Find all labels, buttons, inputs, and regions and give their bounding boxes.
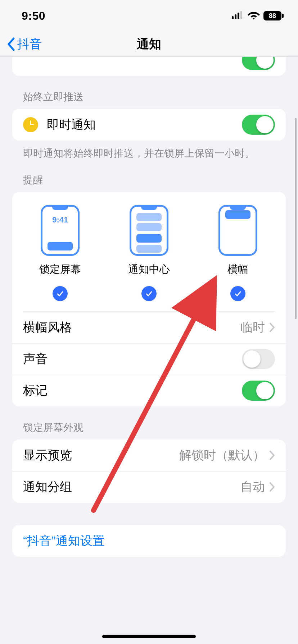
phone-banner-icon xyxy=(218,205,257,256)
chevron-right-icon xyxy=(269,450,275,460)
alert-lockscreen-option[interactable]: 9:41 锁定屏幕 xyxy=(16,205,104,301)
banner-style-value: 临时 xyxy=(240,319,265,336)
show-previews-row[interactable]: 显示预览 解锁时（默认） xyxy=(12,440,286,471)
back-label: 抖音 xyxy=(17,36,42,52)
section-header-immediate: 始终立即推送 xyxy=(0,76,298,109)
sounds-row[interactable]: 声音 xyxy=(12,343,286,375)
svg-rect-3 xyxy=(240,11,242,19)
phone-lockscreen-icon: 9:41 xyxy=(41,205,80,256)
svg-rect-2 xyxy=(238,13,239,19)
notification-grouping-label: 通知分组 xyxy=(23,479,240,495)
scroll-area[interactable]: 始终立即推送 即时通知 即时通知将始终即时推送，并在锁屏上保留一小时。 提醒 9… xyxy=(0,57,298,644)
phone-center-icon xyxy=(130,205,168,256)
allow-notifications-toggle[interactable] xyxy=(242,57,275,70)
app-notification-settings-label: “抖音”通知设置 xyxy=(23,533,275,549)
chevron-right-icon xyxy=(269,482,275,492)
time-sensitive-row[interactable]: 即时通知 xyxy=(12,109,286,141)
check-icon xyxy=(141,286,157,301)
notification-grouping-row[interactable]: 通知分组 自动 xyxy=(12,471,286,503)
nav-bar: 抖音 通知 xyxy=(0,32,298,57)
show-previews-label: 显示预览 xyxy=(23,447,179,464)
badges-row[interactable]: 标记 xyxy=(12,375,286,406)
time-sensitive-toggle[interactable] xyxy=(242,115,275,135)
alert-lockscreen-label: 锁定屏幕 xyxy=(16,262,104,277)
sounds-label: 声音 xyxy=(23,351,242,367)
section-header-lockscreen: 锁定屏幕外观 xyxy=(0,406,298,440)
alert-center-option[interactable]: 通知中心 xyxy=(105,205,193,301)
battery-percent: 88 xyxy=(269,12,276,20)
svg-rect-0 xyxy=(232,16,234,19)
show-previews-value: 解锁时（默认） xyxy=(179,447,265,464)
allow-notifications-row[interactable] xyxy=(12,57,286,76)
alert-center-label: 通知中心 xyxy=(105,262,193,277)
badges-toggle[interactable] xyxy=(242,381,275,401)
section-header-alerts: 提醒 xyxy=(0,161,298,192)
alert-banner-option[interactable]: 横幅 xyxy=(194,205,282,301)
check-icon xyxy=(230,286,245,301)
battery-icon: 88 xyxy=(263,11,284,20)
check-icon xyxy=(53,286,68,301)
time-sensitive-label: 即时通知 xyxy=(47,116,242,133)
badges-label: 标记 xyxy=(23,382,242,399)
app-notification-settings-row[interactable]: “抖音”通知设置 xyxy=(12,525,286,557)
page-title: 通知 xyxy=(137,36,161,52)
alert-banner-label: 横幅 xyxy=(194,262,282,277)
notification-grouping-value: 自动 xyxy=(240,479,265,495)
status-icons: 88 xyxy=(232,11,284,21)
wifi-icon xyxy=(248,11,260,21)
alerts-card: 9:41 锁定屏幕 通知中心 xyxy=(12,192,286,406)
sounds-toggle[interactable] xyxy=(242,349,275,369)
alerts-options: 9:41 锁定屏幕 通知中心 xyxy=(12,192,286,311)
banner-style-label: 横幅风格 xyxy=(23,319,240,336)
section-footer-immediate: 即时通知将始终即时推送，并在锁屏上保留一小时。 xyxy=(0,141,298,161)
status-time: 9:50 xyxy=(22,9,45,23)
svg-rect-1 xyxy=(235,14,236,19)
scrollbar[interactable] xyxy=(295,118,297,319)
lockscreen-card: 显示预览 解锁时（默认） 通知分组 自动 xyxy=(12,440,286,503)
clock-icon xyxy=(23,117,38,132)
app-settings-card: “抖音”通知设置 xyxy=(12,525,286,557)
chevron-left-icon xyxy=(6,37,15,51)
cellular-icon xyxy=(232,11,244,20)
back-button[interactable]: 抖音 xyxy=(6,32,42,56)
home-indicator xyxy=(102,635,196,638)
immediate-card: 即时通知 xyxy=(12,109,286,141)
chevron-right-icon xyxy=(269,322,275,332)
banner-style-row[interactable]: 横幅风格 临时 xyxy=(12,312,286,343)
status-bar: 9:50 88 xyxy=(0,0,298,32)
